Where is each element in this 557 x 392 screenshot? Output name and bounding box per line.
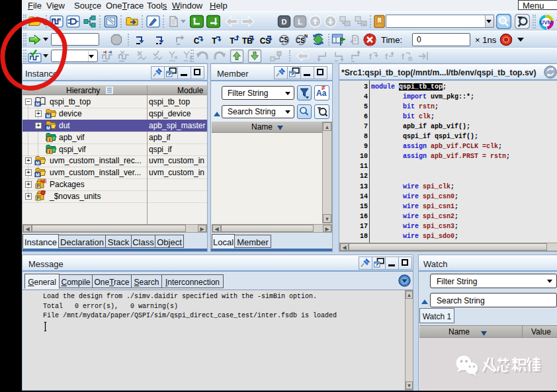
svg-text:I: I [49,149,50,154]
svg-text:P: P [36,196,40,200]
svg-text:D: D [282,18,287,26]
svg-text:M: M [36,161,40,165]
svg-text:f: f [369,52,372,61]
svg-text:T: T [212,36,217,46]
svg-text:f: f [385,52,388,61]
svg-text:T: T [230,36,235,46]
svg-text:B: B [408,56,413,62]
svg-text:M: M [36,173,40,177]
svg-text:P: P [36,184,40,188]
svg-text:UVM: UVM [540,19,552,26]
svg-text:TB: TB [242,36,253,46]
svg-text:I: I [49,137,50,142]
svg-text:f: f [402,52,405,61]
svg-text:M: M [36,102,40,106]
svg-text:CS: CS [260,36,271,46]
svg-text:L: L [298,18,302,26]
svg-text:NE: NE [40,179,47,184]
svg-text:C: C [194,36,200,46]
svg-text:M: M [46,114,50,118]
svg-text:M: M [46,126,50,130]
